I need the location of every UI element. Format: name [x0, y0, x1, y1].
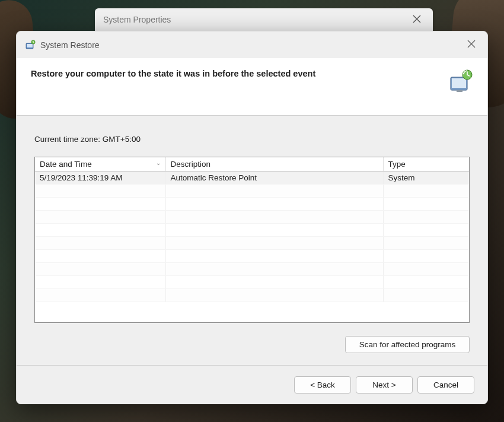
- system-restore-dialog: System Restore Restore your computer to …: [16, 31, 488, 404]
- scan-affected-programs-button[interactable]: Scan for affected programs: [345, 336, 470, 353]
- close-icon[interactable]: [409, 12, 425, 27]
- table-row: [35, 185, 469, 198]
- system-properties-title: System Properties: [103, 15, 409, 24]
- system-restore-icon: [25, 40, 36, 50]
- table-row: [35, 198, 469, 211]
- column-header-date[interactable]: Date and Time ⌄: [35, 157, 165, 172]
- chevron-down-icon: ⌄: [156, 160, 161, 166]
- table-row: [35, 276, 469, 289]
- table-row: [35, 224, 469, 237]
- table-row: [35, 237, 469, 250]
- cell-description: Automatic Restore Point: [165, 172, 383, 185]
- svg-rect-3: [27, 44, 33, 47]
- column-header-type[interactable]: Type: [383, 157, 469, 172]
- column-header-label: Date and Time: [40, 160, 92, 169]
- table-row: [35, 263, 469, 276]
- cell-type: System: [383, 172, 469, 185]
- dialog-body: Current time zone: GMT+5:00 Date and Tim…: [17, 116, 487, 365]
- cell-date: 5/19/2023 11:39:19 AM: [35, 172, 165, 185]
- column-header-description[interactable]: Description: [165, 157, 383, 172]
- column-header-label: Description: [171, 160, 211, 169]
- timezone-label: Current time zone: GMT+5:00: [34, 135, 470, 144]
- back-button[interactable]: < Back: [294, 376, 351, 394]
- svg-rect-9: [457, 90, 462, 92]
- table-row[interactable]: 5/19/2023 11:39:19 AM Automatic Restore …: [35, 172, 469, 185]
- svg-rect-8: [452, 78, 466, 88]
- table-row: [35, 289, 469, 302]
- table-row: [35, 250, 469, 263]
- close-icon[interactable]: [464, 37, 479, 52]
- dialog-titlebar: System Restore: [17, 31, 487, 58]
- restore-points-table: Date and Time ⌄ Description Type 5/19/20…: [34, 157, 470, 323]
- table-row: [35, 211, 469, 224]
- system-restore-icon: [448, 69, 473, 94]
- column-header-label: Type: [388, 160, 406, 169]
- next-button[interactable]: Next >: [356, 376, 413, 394]
- dialog-footer: < Back Next > Cancel: [17, 365, 487, 404]
- dialog-header: Restore your computer to the state it wa…: [17, 58, 487, 116]
- page-title: Restore your computer to the state it wa…: [31, 69, 448, 78]
- cancel-button[interactable]: Cancel: [417, 376, 474, 394]
- system-properties-window: System Properties: [95, 8, 433, 31]
- dialog-title: System Restore: [40, 40, 464, 50]
- scan-row: Scan for affected programs: [34, 336, 470, 353]
